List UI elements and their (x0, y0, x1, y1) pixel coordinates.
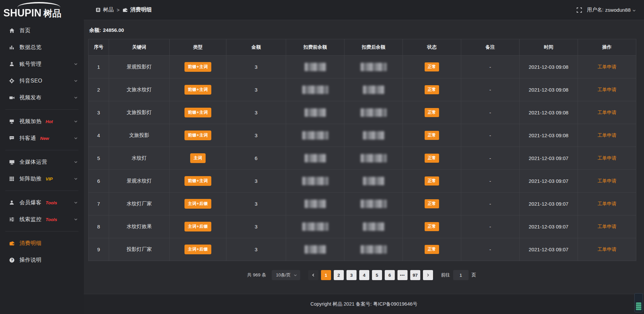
work-order-link[interactable]: 工单申请 (598, 133, 616, 138)
sidebar-item-badge: Tools (46, 217, 57, 222)
work-order-link[interactable]: 工单申请 (598, 224, 616, 229)
cell-note: - (461, 78, 520, 101)
floating-widget[interactable] (634, 293, 643, 312)
cell-type: 前缀+主词 (170, 124, 226, 147)
redacted-balance-after (363, 131, 384, 140)
status-badge: 正常 (425, 62, 439, 71)
sidebar-item-account-manage[interactable]: 账号管理 (0, 56, 84, 72)
cell-status: 正常 (403, 56, 461, 78)
cell-time: 2021-12-03 09:07 (520, 215, 578, 238)
work-order-link[interactable]: 工单申请 (598, 64, 616, 69)
redacted-balance-before (302, 86, 328, 94)
cell-balance-before (286, 56, 344, 78)
sidebar-item-data-overview[interactable]: 数据总览 (0, 39, 84, 56)
main-content: 余额:24856.00 序号关键词类型金额扣费前余额扣费后余额状态备注时间操作 … (84, 20, 644, 294)
breadcrumb-current[interactable]: 消费明细 (122, 6, 152, 13)
page-button-1[interactable]: 1 (321, 270, 331, 280)
work-order-link[interactable]: 工单申请 (598, 110, 616, 115)
redacted-balance-before (305, 108, 326, 117)
page-button-2[interactable]: 2 (334, 270, 344, 280)
user-menu[interactable]: 用户名: zswodun88 (587, 7, 636, 13)
column-header-0: 序号 (89, 39, 109, 56)
sidebar-item-label: 视频发布 (19, 94, 42, 101)
sidebar-item-matrix-boost[interactable]: 矩阵助推VIP (0, 170, 84, 187)
redacted-balance-after (361, 154, 387, 162)
user2-icon (9, 200, 15, 206)
cell-type: 前缀+主词 (170, 170, 226, 193)
page-ellipsis-button[interactable]: ••• (397, 270, 408, 280)
page-size-select[interactable]: 10条/页 (272, 270, 300, 280)
sidebar-item-media-operation[interactable]: 全媒体运营 (0, 154, 84, 170)
sidebar-divider (5, 231, 78, 231)
sidebar-item-video-publish[interactable]: 视频发布 (0, 89, 84, 106)
chevron-down-icon (74, 160, 78, 164)
chevron-down-icon (293, 273, 297, 277)
username-label: 用户名: (587, 7, 603, 13)
cell-balance-after (344, 170, 403, 193)
cell-balance-before (286, 124, 344, 147)
work-order-link[interactable]: 工单申请 (598, 201, 616, 206)
sidebar-item-clue-monitor[interactable]: 线索监控Tools (0, 211, 84, 228)
footer: Copyright 树品 2021 备案号: 粤ICP备09019646号 (84, 294, 644, 314)
cell-time: 2021-12-03 09:07 (520, 193, 578, 215)
sidebar-item-consume-detail[interactable]: 消费明细 (0, 235, 84, 252)
sidebar-item-label: 操作说明 (19, 257, 42, 264)
page-button-5[interactable]: 5 (372, 270, 382, 280)
balance-line: 余额:24856.00 (89, 27, 635, 34)
work-order-link[interactable]: 工单申请 (598, 178, 616, 184)
app-logo[interactable]: SHUPIN 树品 (0, 0, 84, 21)
cell-type: 前缀+主词 (170, 101, 226, 124)
cell-balance-before (286, 238, 344, 261)
goto-suffix: 页 (472, 272, 476, 278)
pagination: 共 969 条 10条/页 123456•••97 前往 页 (88, 270, 635, 280)
table-row: 1景观投影灯前缀+主词3正常-2021-12-03 09:08工单申请 (89, 56, 636, 78)
work-order-link[interactable]: 工单申请 (598, 155, 616, 161)
sidebar-item-label: 矩阵助推 (19, 175, 42, 182)
page-button-6[interactable]: 6 (385, 270, 395, 280)
status-badge: 正常 (425, 131, 439, 140)
cell-note: - (461, 215, 520, 238)
sidebar-item-douketong[interactable]: 抖客通New (0, 130, 84, 147)
page-button-4[interactable]: 4 (359, 270, 369, 280)
monitor-icon (9, 159, 15, 165)
goto-page-input[interactable] (453, 270, 469, 280)
work-order-link[interactable]: 工单申请 (598, 87, 616, 92)
copyright-text: Copyright 树品 2021 备案号: 粤ICP备09019646号 (310, 301, 417, 307)
sidebar-item-label: 抖音SEO (19, 77, 42, 85)
cell-index: 5 (89, 147, 109, 170)
type-badge: 前缀+主词 (184, 130, 211, 140)
prev-page-button[interactable] (308, 270, 318, 280)
column-header-3: 金额 (226, 39, 286, 56)
sidebar-item-operation-guide[interactable]: ?操作说明 (0, 252, 84, 268)
cell-keyword: 水纹灯厂家 (109, 193, 170, 215)
sidebar-item-douyin-seo[interactable]: 抖音SEO (0, 72, 84, 89)
type-badge: 主词+后缀 (184, 199, 211, 209)
sidebar-item-video-heat[interactable]: 视频加热Hot (0, 113, 84, 130)
next-page-button[interactable] (423, 270, 433, 280)
type-badge: 前缀+主词 (184, 62, 211, 72)
column-header-5: 扣费后余额 (344, 39, 403, 56)
table-row: 6景观水纹灯前缀+主词3正常-2021-12-03 09:07工单申请 (89, 170, 636, 193)
redacted-balance-before (305, 200, 326, 208)
dashboard-icon (96, 7, 101, 12)
sidebar-item-home[interactable]: 首页 (0, 22, 84, 39)
work-order-link[interactable]: 工单申请 (598, 247, 616, 252)
breadcrumb-home[interactable]: 树品 (96, 6, 114, 13)
cell-amount: 3 (226, 124, 286, 147)
page-button-3[interactable]: 3 (346, 270, 357, 280)
page-button-97[interactable]: 97 (410, 270, 420, 280)
consumption-table: 序号关键词类型金额扣费前余额扣费后余额状态备注时间操作 1景观投影灯前缀+主词3… (88, 39, 636, 261)
user-icon (9, 61, 15, 67)
wallet-icon (9, 240, 15, 246)
type-badge: 前缀+主词 (184, 176, 211, 186)
cell-time: 2021-12-03 09:08 (520, 124, 578, 147)
column-header-4: 扣费前余额 (286, 39, 344, 56)
chevron-down-icon (74, 136, 78, 140)
fullscreen-icon[interactable] (576, 7, 582, 13)
cell-keyword: 景观投影灯 (109, 56, 170, 78)
logo-text-cn: 树品 (43, 9, 61, 18)
column-header-6: 状态 (403, 39, 461, 56)
cell-note: - (461, 193, 520, 215)
sidebar-item-member-baoke[interactable]: 会员爆客Tools (0, 194, 84, 211)
table-row: 3文旅投影灯前缀+主词3正常-2021-12-03 09:08工单申请 (89, 101, 636, 124)
